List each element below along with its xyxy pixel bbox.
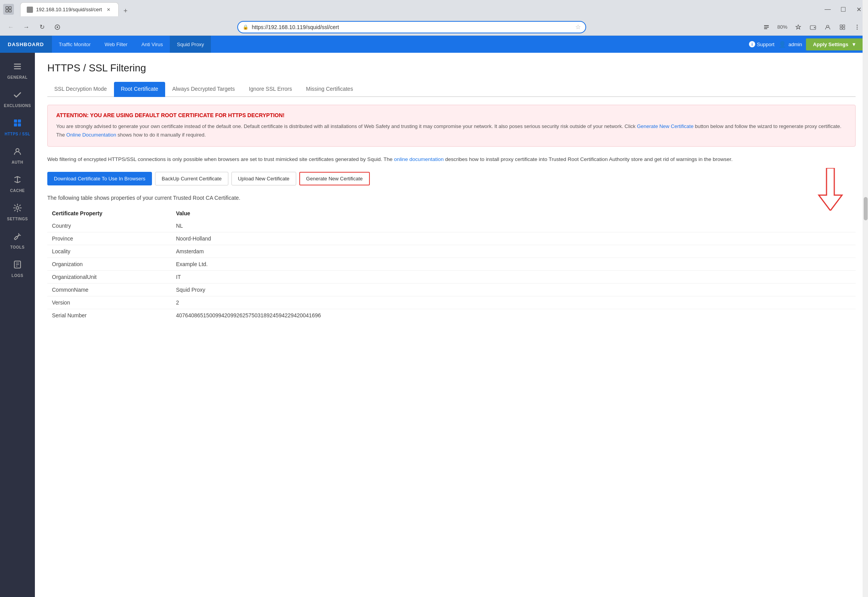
svg-rect-8 (764, 27, 769, 28)
svg-rect-7 (764, 25, 769, 26)
tools-icon (13, 232, 22, 243)
generate-cert-link[interactable]: Generate New Certificate (637, 123, 694, 129)
col-header-value: Value (171, 207, 856, 220)
svg-point-17 (857, 24, 858, 26)
svg-rect-20 (14, 64, 21, 65)
support-button[interactable]: i Support (749, 41, 775, 47)
tab-always-decrypted-targets[interactable]: Always Decrypted Targets (165, 82, 242, 97)
address-bar-url: https://192.168.10.119/squid/ssl/cert (252, 24, 572, 30)
tab-ignore-ssl-errors[interactable]: Ignore SSL Errors (242, 82, 299, 97)
nav-web-filter[interactable]: Web Filter (98, 36, 135, 53)
sidebar-item-https-ssl[interactable]: HTTPS / SSL (0, 113, 35, 142)
sidebar-label-general: GENERAL (7, 75, 28, 80)
svg-rect-21 (14, 66, 21, 67)
info-icon: i (749, 41, 755, 47)
menu-icon[interactable] (851, 21, 863, 33)
apply-settings-button[interactable]: Apply Settings ▼ (806, 38, 863, 50)
svg-rect-25 (14, 123, 17, 126)
tab-close-button[interactable]: ✕ (105, 6, 112, 13)
download-certificate-button[interactable]: Download Certificate To Use In Browsers (47, 172, 152, 185)
backup-certificate-button[interactable]: BackUp Current Certificate (155, 172, 228, 185)
property-common-name: CommonName (47, 284, 171, 296)
nav-traffic-monitor[interactable]: Traffic Monitor (52, 36, 98, 53)
sidebar-item-exclusions[interactable]: EXCLUSIONS (0, 85, 35, 113)
zoom-indicator: 80% (775, 22, 790, 31)
tab-missing-certificates[interactable]: Missing Certificates (299, 82, 360, 97)
maximize-button[interactable]: ☐ (837, 3, 849, 16)
svg-point-11 (814, 27, 815, 28)
certificate-table: Certificate Property Value Country NL Pr… (47, 207, 856, 322)
extensions-button[interactable] (51, 21, 64, 33)
property-org-unit: OrganizationalUnit (47, 271, 171, 284)
https-ssl-icon (13, 119, 22, 130)
reload-button[interactable]: ↻ (36, 21, 48, 33)
action-buttons: Download Certificate To Use In Browsers … (47, 172, 856, 185)
sidebar-item-cache[interactable]: CACHE (0, 170, 35, 198)
extensions-icon[interactable] (836, 21, 849, 33)
online-doc-link-2[interactable]: online documentation (394, 156, 443, 162)
tab-title: 192.168.10.119/squid/ssl/cert (36, 7, 102, 12)
reading-mode-icon[interactable] (760, 21, 773, 33)
profile-icon[interactable] (821, 21, 834, 33)
table-row: Locality Amsterdam (47, 245, 856, 258)
sidebar: GENERAL EXCLUSIONS HTTPS / SSL AUTH CACH… (0, 53, 35, 597)
sidebar-label-settings: SETTINGS (7, 217, 28, 221)
value-org-unit: IT (171, 271, 856, 284)
table-row: OrganizationalUnit IT (47, 271, 856, 284)
back-button[interactable]: ← (5, 21, 17, 33)
svg-rect-0 (6, 7, 8, 9)
browser-scrollbar[interactable] (863, 0, 868, 597)
tab-ssl-decryption-mode[interactable]: SSL Decryption Mode (47, 82, 114, 97)
scrollbar-thumb[interactable] (864, 197, 868, 220)
value-serial: 4076408651500994209926257503189245942294… (171, 309, 856, 322)
generate-new-certificate-button[interactable]: Generate New Certificate (299, 172, 370, 185)
svg-rect-14 (843, 25, 845, 27)
browser-back-icon[interactable] (3, 4, 14, 15)
address-bar[interactable]: 🔒 https://192.168.10.119/squid/ssl/cert … (237, 21, 586, 33)
buttons-container: Download Certificate To Use In Browsers … (47, 172, 856, 185)
wallet-icon[interactable] (807, 21, 819, 33)
alert-text-1: You are strongly advised to generate you… (56, 123, 637, 129)
tab-root-certificate[interactable]: Root Certificate (114, 82, 165, 97)
upload-certificate-button[interactable]: Upload New Certificate (231, 172, 296, 185)
alert-text: You are strongly advised to generate you… (56, 122, 847, 139)
browser-tab-active[interactable]: 192.168.10.119/squid/ssl/cert ✕ (20, 2, 119, 16)
value-country: NL (171, 220, 856, 232)
svg-rect-4 (28, 8, 32, 12)
sidebar-item-logs[interactable]: LOGS (0, 255, 35, 283)
bookmark-icon[interactable]: ☆ (575, 23, 581, 31)
admin-icon: 👤 (778, 41, 786, 48)
dashboard-logo[interactable]: DASHBOARD (0, 36, 52, 53)
table-row: Serial Number 40764086515009942099262575… (47, 309, 856, 322)
forward-button[interactable]: → (20, 21, 33, 33)
main-layout: GENERAL EXCLUSIONS HTTPS / SSL AUTH CACH… (0, 53, 868, 597)
value-province: Noord-Holland (171, 232, 856, 245)
cache-icon (13, 175, 22, 186)
svg-rect-13 (840, 25, 842, 27)
value-locality: Amsterdam (171, 245, 856, 258)
alert-title: ATTENTION: YOU ARE USING DEFAULT ROOT CE… (56, 112, 847, 118)
page-title: HTTPS / SSL Filtering (47, 62, 856, 74)
new-tab-button[interactable]: + (120, 5, 131, 16)
table-row: Province Noord-Holland (47, 232, 856, 245)
nav-anti-virus[interactable]: Anti Virus (135, 36, 170, 53)
svg-point-6 (57, 26, 58, 28)
settings-icon (13, 204, 22, 215)
tab-bar: 192.168.10.119/squid/ssl/cert ✕ + (17, 2, 134, 16)
svg-rect-9 (764, 28, 767, 29)
exclusions-icon (13, 90, 22, 101)
admin-button[interactable]: 👤 admin (778, 41, 802, 48)
online-doc-link[interactable]: Online Documentation (66, 132, 116, 138)
sidebar-item-tools[interactable]: TOOLS (0, 227, 35, 255)
svg-rect-15 (840, 28, 842, 29)
sidebar-item-auth[interactable]: AUTH (0, 142, 35, 170)
security-icon: 🔒 (243, 24, 248, 30)
sidebar-item-general[interactable]: GENERAL (0, 57, 35, 85)
sidebar-label-https-ssl: HTTPS / SSL (5, 132, 30, 136)
minimize-button[interactable]: — (821, 3, 834, 16)
sidebar-item-settings[interactable]: SETTINGS (0, 198, 35, 227)
auth-icon (13, 147, 22, 158)
favorites-icon[interactable] (792, 21, 804, 33)
property-version: Version (47, 296, 171, 309)
nav-squid-proxy[interactable]: Squid Proxy (170, 36, 211, 53)
